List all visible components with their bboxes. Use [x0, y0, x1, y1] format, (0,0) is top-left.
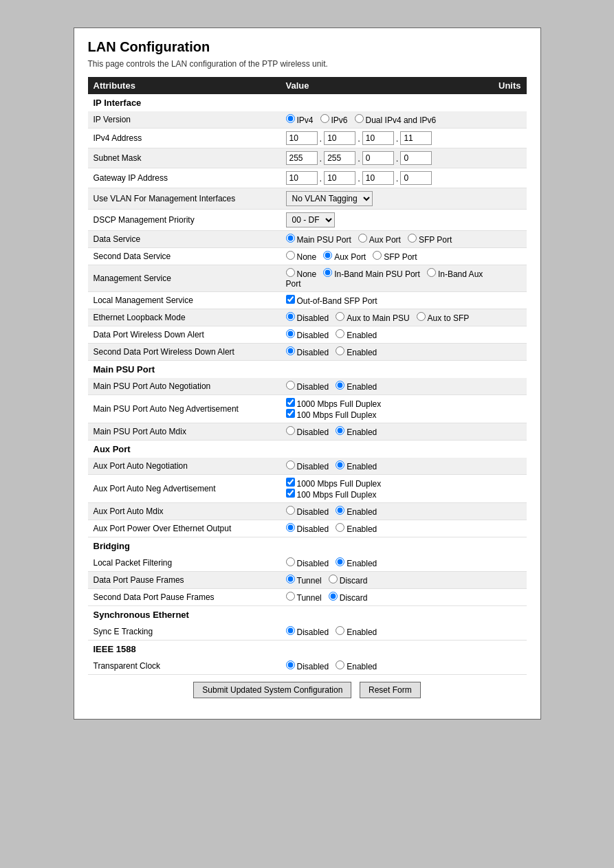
- table-row: IP VersionIPv4IPv6Dual IPv4 and IPv6: [88, 111, 527, 129]
- ip-field-0[interactable]: [286, 171, 318, 185]
- section-ip-interface: IP Interface: [88, 94, 527, 111]
- ip-field-1[interactable]: [324, 171, 355, 185]
- ip-field-1[interactable]: [324, 131, 355, 145]
- table-row: Main PSU Port Auto Neg Advertisement1000…: [88, 395, 527, 423]
- ip-field-2[interactable]: [362, 171, 394, 185]
- ip-field-0[interactable]: [286, 131, 318, 145]
- reset-button[interactable]: Reset Form: [360, 682, 421, 698]
- submit-button[interactable]: Submit Updated System Configuration: [193, 682, 351, 698]
- table-row: Aux Port Auto NegotiationDisabledEnabled: [88, 458, 527, 475]
- table-row: Data Port Wireless Down AlertDisabledEna…: [88, 326, 527, 344]
- table-row: Aux Port Auto MdixDisabledEnabled: [88, 503, 527, 520]
- ip-field-2[interactable]: [362, 151, 394, 165]
- ip-field-3[interactable]: [400, 131, 432, 145]
- table-row: Gateway IP Address...: [88, 168, 527, 188]
- table-row: Local Management ServiceOut-of-Band SFP …: [88, 292, 527, 309]
- col-units: Units: [492, 77, 527, 94]
- table-row: Use VLAN For Management InterfacesNo VLA…: [88, 188, 527, 210]
- table-row: Management ServiceNoneIn-Band Main PSU P…: [88, 265, 527, 292]
- section-aux-port: Aux Port: [88, 441, 527, 458]
- col-value: Value: [281, 77, 492, 94]
- table-row: Second Data Port Wireless Down AlertDisa…: [88, 344, 527, 361]
- table-row: Transparent ClockDisabledEnabled: [88, 658, 527, 675]
- table-row: Data Port Pause FramesTunnelDiscard: [88, 572, 527, 589]
- section-synchronous-ethernet: Synchronous Ethernet: [88, 606, 527, 624]
- dropdown[interactable]: 00 - DF: [286, 212, 335, 227]
- table-row: Subnet Mask...: [88, 148, 527, 168]
- table-row: Second Data ServiceNoneAux PortSFP Port: [88, 248, 527, 265]
- section-ieee-1588: IEEE 1588: [88, 641, 527, 658]
- ip-field-1[interactable]: [324, 151, 355, 165]
- col-attributes: Attributes: [88, 77, 281, 94]
- table-row: Aux Port Power Over Ethernet OutputDisab…: [88, 520, 527, 537]
- section-bridging: Bridging: [88, 537, 527, 555]
- page-subtitle: This page controls the LAN configuration…: [88, 59, 527, 69]
- table-row: Local Packet FilteringDisabledEnabled: [88, 555, 527, 572]
- ip-field-3[interactable]: [400, 151, 432, 165]
- dropdown[interactable]: No VLAN Tagging: [286, 191, 373, 206]
- section-main-psu-port: Main PSU Port: [88, 361, 527, 379]
- table-row: Ethernet Loopback ModeDisabledAux to Mai…: [88, 309, 527, 326]
- table-row: Main PSU Port Auto NegotiationDisabledEn…: [88, 378, 527, 395]
- footer-row: Submit Updated System Configuration Rese…: [88, 675, 527, 705]
- ip-field-3[interactable]: [400, 171, 432, 185]
- page-title: LAN Configuration: [88, 39, 527, 55]
- table-row: Data ServiceMain PSU PortAux PortSFP Por…: [88, 231, 527, 248]
- table-row: Second Data Port Pause FramesTunnelDisca…: [88, 589, 527, 606]
- table-row: Main PSU Port Auto MdixDisabledEnabled: [88, 423, 527, 441]
- table-row: IPv4 Address...: [88, 129, 527, 148]
- ip-field-2[interactable]: [362, 131, 394, 145]
- table-row: Aux Port Auto Neg Advertisement1000 Mbps…: [88, 475, 527, 503]
- table-row: DSCP Management Priority00 - DF: [88, 210, 527, 231]
- ip-field-0[interactable]: [286, 151, 318, 165]
- table-row: Sync E TrackingDisabledEnabled: [88, 623, 527, 641]
